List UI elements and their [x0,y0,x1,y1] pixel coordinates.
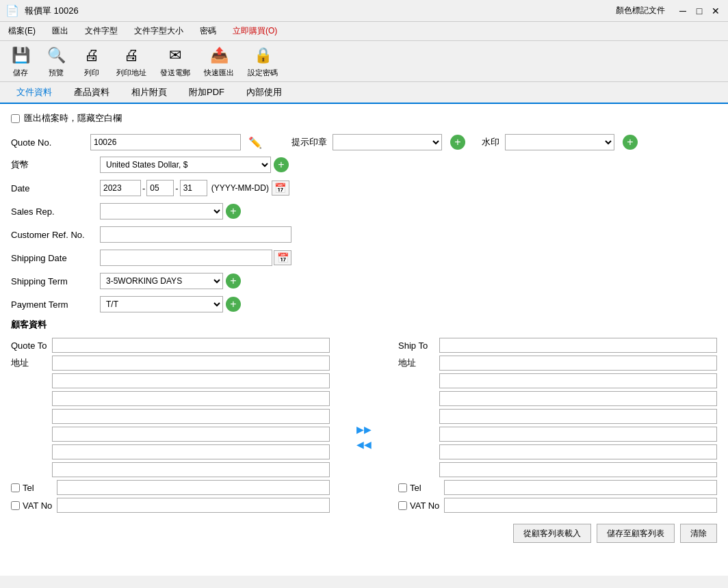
arrow-section: ▶▶ ◀◀ [343,338,385,516]
payment-term-add-button[interactable]: + [226,297,241,312]
currency-select[interactable]: United States Dollar, $ [100,157,271,173]
menu-buy-now[interactable]: 立即購買(O) [230,24,280,38]
ship-to-input[interactable] [439,338,717,353]
date-year-input[interactable] [100,180,141,196]
address-input-4[interactable] [52,409,330,424]
send-email-button[interactable]: ✉ 發送電郵 [156,42,194,81]
ship-address-input-4[interactable] [439,409,717,424]
sales-rep-row: Sales Rep. + [11,202,717,220]
tab-extra-pdf[interactable]: 附加PDF [178,82,235,104]
tel-label: Tel [23,483,57,493]
ship-vat-checkbox[interactable] [398,501,407,510]
quote-to-input[interactable] [52,338,330,353]
date-row: Date - - (YYYY-MM-DD) 📅 [11,179,717,197]
shipping-date-label: Shipping Date [11,253,100,263]
copy-right-button[interactable]: ▶▶ [356,424,372,435]
vat-row: VAT No [11,498,330,513]
menu-export[interactable]: 匯出 [49,24,71,38]
vat-input[interactable] [57,498,330,513]
address-input-2[interactable] [52,373,330,388]
ship-address-input-6[interactable] [439,444,717,459]
close-button[interactable]: ✕ [709,4,723,18]
address-input-6[interactable] [52,444,330,459]
date-format-label: (YYYY-MM-DD) [211,183,269,193]
sales-rep-add-button[interactable]: + [226,204,241,219]
menu-file[interactable]: 檔案(E) [5,24,38,38]
vat-label: VAT No [23,500,57,511]
date-day-input[interactable] [180,180,207,196]
edit-icon-btn[interactable]: ✏️ [246,135,264,150]
ship-address-label: 地址 [398,357,439,369]
address-row-6 [11,444,330,459]
tel-row: Tel [11,480,330,495]
quick-export-button[interactable]: 📤 快速匯出 [200,42,238,81]
address-input-3[interactable] [52,391,330,406]
ship-tel-label: Tel [410,483,444,493]
ship-address-input-1[interactable] [439,356,717,371]
address-input-1[interactable] [52,356,330,371]
ship-tel-checkbox[interactable] [398,483,407,492]
shipping-term-add-button[interactable]: + [226,273,241,289]
menu-font-size[interactable]: 文件字型大小 [131,24,186,38]
shipping-term-row: Shipping Term 3-5WORKING DAYS + [11,272,717,290]
stamp-add-button[interactable]: + [450,135,465,150]
ship-vat-input[interactable] [444,498,717,513]
tab-internal-use[interactable]: 內部使用 [235,82,293,104]
customer-ref-input[interactable] [100,226,291,243]
quote-no-label: Quote No. [11,137,86,148]
payment-term-label: Payment Term [11,299,100,310]
menu-password[interactable]: 密碼 [197,24,219,38]
sales-rep-label: Sales Rep. [11,206,100,217]
address-row-2 [11,373,330,388]
print-address-button[interactable]: 🖨 列印地址 [112,42,151,81]
currency-label: 貨幣 [11,159,100,171]
watermark-add-button[interactable]: + [623,135,638,150]
date-month-input[interactable] [146,180,174,196]
email-icon: ✉ [164,44,186,66]
shipping-date-input[interactable] [100,250,272,266]
copy-left-button[interactable]: ◀◀ [356,439,372,450]
ship-to-section: Ship To 地址 [385,338,717,516]
stamp-select[interactable] [333,134,442,150]
shipping-date-calendar-button[interactable]: 📅 [274,250,291,265]
save-to-list-button[interactable]: 儲存至顧客列表 [597,524,675,543]
shipping-term-select[interactable]: 3-5WORKING DAYS [100,273,223,289]
print-address-icon: 🖨 [120,44,142,66]
ship-address-input-3[interactable] [439,391,717,406]
tab-product-data[interactable]: 產品資料 [63,82,120,104]
set-password-button[interactable]: 🔒 設定密碼 [244,42,282,81]
ship-address-input-2[interactable] [439,373,717,388]
ship-address-row-7 [398,462,717,477]
print-button[interactable]: 🖨 列印 [77,42,107,81]
payment-term-select[interactable]: T/T [100,296,223,312]
ship-address-input-7[interactable] [439,462,717,477]
minimize-button[interactable]: ─ [676,4,690,18]
tel-checkbox[interactable] [11,483,20,492]
ship-tel-input[interactable] [444,480,717,495]
save-button[interactable]: 💾 儲存 [5,42,36,81]
maximize-button[interactable]: □ [692,4,706,18]
load-from-list-button[interactable]: 從顧客列表載入 [513,524,591,543]
menu-font[interactable]: 文件字型 [82,24,120,38]
clear-button[interactable]: 清除 [680,524,717,543]
currency-row: 貨幣 United States Dollar, $ + [11,156,717,174]
ship-address-input-5[interactable] [439,427,717,442]
address-row-5 [11,427,330,442]
export-icon: 📤 [208,44,230,66]
quote-to-row: Quote To [11,338,330,353]
lock-icon: 🔒 [252,44,274,66]
vat-checkbox[interactable] [11,501,20,510]
quote-no-input[interactable] [90,134,241,150]
sales-rep-select[interactable] [100,203,223,219]
address-input-5[interactable] [52,427,330,442]
tab-document-data[interactable]: 文件資料 [5,82,63,104]
watermark-select[interactable] [505,134,614,150]
customer-section-header: 顧客資料 [11,319,717,331]
export-checkbox[interactable] [11,114,20,123]
address-input-7[interactable] [52,462,330,477]
tel-input[interactable] [57,480,330,495]
date-calendar-button[interactable]: 📅 [272,181,289,196]
preview-button[interactable]: 🔍 預覽 [41,42,71,81]
currency-add-button[interactable]: + [274,157,289,172]
tab-photo-page[interactable]: 相片附頁 [120,82,178,104]
